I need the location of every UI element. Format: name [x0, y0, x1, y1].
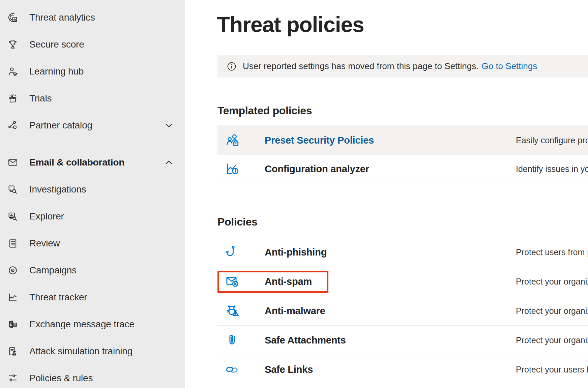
sidebar-item-investigations[interactable]: Investigations — [0, 176, 185, 203]
sidebar-item-review[interactable]: Review — [0, 230, 185, 257]
campaigns-icon — [7, 264, 19, 276]
row-label[interactable]: Anti-malware — [265, 305, 325, 317]
sidebar-item-label: Threat analytics — [29, 12, 95, 23]
sidebar: Threat analytics Secure score — [0, 0, 185, 388]
go-to-settings-link[interactable]: Go to Settings — [481, 61, 537, 71]
bug-warning-icon — [225, 303, 240, 319]
page-title: Threat policies — [217, 12, 364, 37]
sidebar-divider — [7, 145, 174, 145]
row-safe-attachments[interactable]: Safe Attachments Protect your organiz — [217, 326, 588, 355]
mail-block-icon — [225, 274, 240, 289]
row-anti-malware[interactable]: Anti-malware Protect your organiz — [217, 296, 588, 326]
sidebar-item-exchange-message-trace[interactable]: Exchange message trace — [0, 311, 185, 338]
sidebar-item-label: Investigations — [29, 184, 86, 195]
row-description: Protect your organiz — [516, 306, 588, 316]
row-preset-security-policies[interactable]: Preset Security Policies Easily configur… — [217, 125, 588, 155]
trophy-icon — [7, 38, 19, 51]
chart-alert-icon — [225, 161, 240, 177]
row-configuration-analyzer[interactable]: Configuration analyzer Identify issues i… — [217, 155, 588, 183]
investigations-icon — [7, 183, 19, 196]
sidebar-item-label: Exchange message trace — [29, 319, 135, 330]
attack-simulation-icon — [7, 345, 19, 357]
row-label[interactable]: Anti-phishing — [265, 247, 327, 258]
row-description: Easily configure prot — [516, 135, 588, 145]
sidebar-item-campaigns[interactable]: Campaigns — [0, 257, 185, 284]
sidebar-item-label: Learning hub — [29, 66, 84, 77]
sidebar-item-threat-analytics[interactable]: Threat analytics — [0, 4, 185, 31]
row-description: Protect users from p — [516, 247, 588, 257]
row-anti-spam[interactable]: Anti-spam Protect your organiz — [217, 267, 588, 296]
people-lock-icon — [225, 132, 240, 148]
row-description: Protect your users fr — [516, 365, 588, 375]
sidebar-section-email-collaboration[interactable]: Email & collaboration — [0, 149, 185, 176]
paperclip-icon — [225, 332, 240, 348]
row-description: Protect your organiz — [516, 335, 588, 345]
sidebar-item-learning-hub[interactable]: Learning hub — [0, 58, 185, 85]
explorer-icon — [7, 210, 19, 222]
policies-list: Anti-phishing Protect users from p Anti-… — [217, 238, 588, 384]
row-safe-links[interactable]: Safe Links Protect your users fr — [217, 355, 588, 384]
trials-icon — [7, 92, 19, 105]
banner-message: User reported settings has moved from th… — [243, 61, 478, 71]
sidebar-item-policies-rules[interactable]: Policies & rules — [0, 365, 185, 388]
fish-hook-icon — [225, 244, 240, 260]
info-banner: User reported settings has moved from th… — [217, 55, 588, 78]
exchange-icon — [7, 318, 19, 330]
main-content: Threat policies User reported settings h… — [185, 0, 588, 388]
learning-hub-icon — [7, 65, 19, 78]
sidebar-item-attack-simulation-training[interactable]: Attack simulation training — [0, 338, 185, 365]
row-label[interactable]: Safe Links — [265, 364, 313, 375]
row-anti-phishing[interactable]: Anti-phishing Protect users from p — [217, 238, 588, 267]
row-label[interactable]: Anti-spam — [265, 276, 312, 287]
templated-policies-heading: Templated policies — [217, 105, 312, 117]
review-icon — [7, 237, 19, 249]
row-label[interactable]: Preset Security Policies — [265, 135, 374, 146]
sidebar-item-label: Campaigns — [29, 265, 77, 276]
chain-links-icon — [225, 362, 240, 377]
row-label[interactable]: Safe Attachments — [265, 335, 346, 346]
envelope-icon — [7, 156, 19, 169]
sidebar-item-explorer[interactable]: Explorer — [0, 203, 185, 230]
sidebar-item-label: Partner catalog — [29, 120, 92, 131]
sidebar-item-label: Review — [29, 238, 60, 249]
sidebar-item-secure-score[interactable]: Secure score — [0, 31, 185, 58]
row-description: Identify issues in you — [516, 164, 588, 174]
sliders-icon — [7, 372, 19, 384]
sidebar-item-label: Trials — [29, 93, 52, 104]
row-description: Protect your organiz — [516, 277, 588, 287]
partner-catalog-icon — [7, 119, 19, 131]
sidebar-item-label: Attack simulation training — [29, 346, 133, 357]
sidebar-item-label: Threat tracker — [29, 292, 87, 303]
sidebar-item-label: Explorer — [29, 211, 64, 222]
chevron-down-icon — [164, 120, 174, 130]
threat-policies-page: Threat analytics Secure score — [0, 0, 588, 388]
sidebar-item-label: Policies & rules — [29, 373, 93, 384]
sidebar-item-trials[interactable]: Trials — [0, 85, 185, 112]
policies-heading: Policies — [217, 216, 258, 228]
sidebar-item-threat-tracker[interactable]: Threat tracker — [0, 284, 185, 311]
sidebar-item-partner-catalog[interactable]: Partner catalog — [0, 112, 185, 139]
info-icon — [227, 61, 237, 71]
sidebar-item-label: Secure score — [29, 39, 84, 50]
chevron-up-icon — [164, 157, 174, 168]
threat-analytics-icon — [7, 11, 19, 24]
row-label[interactable]: Configuration analyzer — [265, 163, 369, 175]
threat-tracker-icon — [7, 291, 19, 303]
sidebar-section-label: Email & collaboration — [29, 157, 124, 168]
